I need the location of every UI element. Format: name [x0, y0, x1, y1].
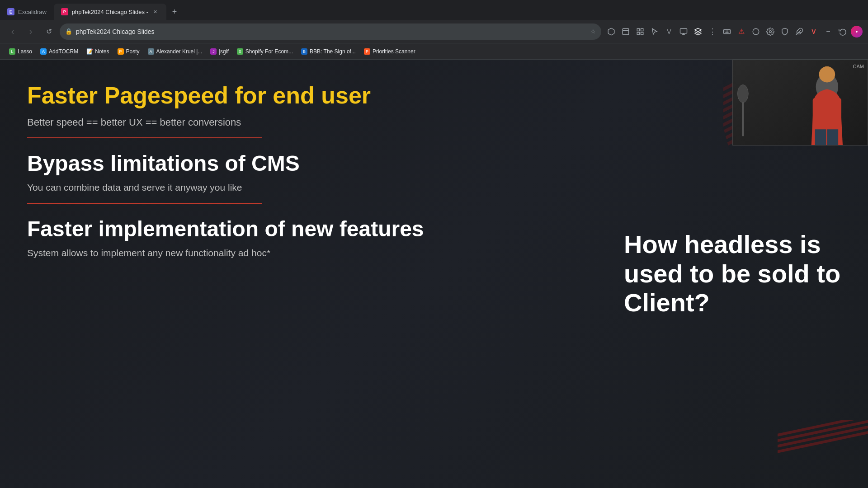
address-bar[interactable]: 🔒 phpTek2024 Chicago Slides ☆ [60, 23, 601, 40]
circle-icon[interactable] [750, 25, 762, 38]
vivaldi-icon[interactable]: V [663, 25, 675, 38]
reload-button[interactable]: ↺ [42, 24, 56, 39]
address-text: phpTek2024 Chicago Slides [76, 28, 587, 35]
speaker-label: CAM [853, 64, 864, 69]
shopify-favicon: S [237, 48, 243, 55]
bookmark-notes[interactable]: 📝 Notes [83, 47, 113, 56]
svg-rect-2 [637, 28, 639, 31]
deco-bottom-right [778, 420, 868, 488]
section-2-subtitle: You can combine data and serve it anyway… [27, 182, 606, 193]
extensions-icon[interactable] [605, 25, 618, 38]
forward-button[interactable]: › [24, 24, 38, 39]
window-icon[interactable] [619, 25, 632, 38]
svg-point-15 [753, 28, 759, 35]
bookmark-alexander-label: Alexander Kruel |... [156, 48, 203, 55]
bookmarks-bar: L Lasso A AddTOCRM 📝 Notes P Posty A Ale… [0, 43, 868, 60]
section-divider-2 [27, 203, 262, 204]
callout-text: How headless is used to be sold to Clien… [624, 230, 841, 317]
minus-icon[interactable]: − [822, 25, 835, 38]
grid-icon[interactable] [634, 25, 646, 38]
tab-close-button[interactable]: ✕ [152, 8, 159, 15]
bookmark-priorities[interactable]: P Priorities Scanner [360, 47, 419, 56]
keyboard-icon[interactable] [721, 25, 733, 38]
svg-point-16 [769, 30, 772, 33]
profile-circle[interactable]: • [851, 26, 863, 38]
svg-rect-4 [641, 32, 643, 34]
red-alert-icon[interactable]: ⚠ [735, 25, 748, 38]
new-tab-button[interactable]: + [168, 5, 181, 18]
lock-icon: 🔒 [65, 28, 72, 35]
bookmark-alexander[interactable]: A Alexander Kruel |... [144, 47, 206, 56]
settings-icon[interactable] [764, 25, 777, 38]
app-icon1[interactable] [677, 25, 690, 38]
section-1-title: Faster Pagespeed for end user [27, 82, 606, 109]
shield-icon[interactable] [778, 25, 791, 38]
bookmark-lasso[interactable]: L Lasso [5, 47, 36, 56]
toolbar-action-icons: V ⋮ ⚠ V − [605, 25, 863, 38]
app-icon2[interactable] [692, 25, 704, 38]
browser-frame: E Excalidraw P phpTek2024 Chicago Slides… [0, 0, 868, 488]
svg-rect-5 [637, 32, 639, 34]
video-inner: CAM [733, 60, 868, 145]
posty-favicon: P [118, 48, 124, 55]
section-3: Faster implementation of new features Sy… [27, 216, 606, 268]
svg-rect-9 [724, 29, 731, 33]
notes-favicon: 📝 [86, 48, 93, 55]
tab-excalidraw-label: Excalidraw [18, 9, 47, 15]
plugin-icon[interactable] [793, 25, 806, 38]
bookmark-star-icon[interactable]: ☆ [590, 28, 596, 35]
svg-rect-0 [623, 28, 629, 35]
bookmark-addtocrm[interactable]: A AddTOCRM [37, 47, 82, 56]
alexander-favicon: A [148, 48, 154, 55]
svg-point-36 [819, 66, 835, 83]
bookmark-lasso-label: Lasso [18, 48, 32, 55]
svg-rect-39 [813, 98, 841, 129]
section-divider-1 [27, 137, 262, 138]
svg-rect-32 [733, 60, 868, 145]
bookmark-posty-label: Posty [126, 48, 140, 55]
bookmark-bbb-label: BBB: The Sign of... [310, 48, 356, 55]
back-button[interactable]: ‹ [5, 24, 20, 39]
tab-excalidraw[interactable]: E Excalidraw [0, 4, 54, 20]
tab-phptek[interactable]: P phpTek2024 Chicago Slides - ✕ [54, 4, 166, 20]
bookmark-shopify[interactable]: S Shopify For Ecom... [233, 47, 297, 56]
excalidraw-favicon: E [7, 8, 14, 15]
section-3-title: Faster implementation of new features [27, 216, 606, 241]
bookmark-shopify-label: Shopify For Ecom... [245, 48, 293, 55]
svg-point-34 [737, 84, 748, 103]
bbb-favicon: B [301, 48, 307, 55]
phptek-favicon: P [61, 8, 68, 15]
section-3-subtitle: System allows to implement any new funct… [27, 248, 606, 258]
bookmark-posty[interactable]: P Posty [114, 47, 143, 56]
jsgif-favicon: J [210, 48, 217, 55]
bookmark-jsgif[interactable]: J jsgif [207, 47, 232, 56]
bookmark-notes-label: Notes [95, 48, 109, 55]
bookmark-jsgif-label: jsgif [219, 48, 228, 55]
menu-icon[interactable]: ⋮ [706, 25, 719, 38]
bookmark-bbb[interactable]: B BBB: The Sign of... [297, 47, 359, 56]
svg-rect-3 [641, 28, 643, 31]
section-1: Faster Pagespeed for end user Better spe… [27, 82, 606, 137]
bookmark-addtocrm-label: AddTOCRM [49, 48, 78, 55]
section-2-title: Bypass limitations of CMS [27, 151, 606, 176]
cursor-icon[interactable] [648, 25, 661, 38]
toolbar: ‹ › ↺ 🔒 phpTek2024 Chicago Slides ☆ [0, 20, 868, 43]
addtocrm-favicon: A [40, 48, 47, 55]
tab-phptek-label: phpTek2024 Chicago Slides - [72, 9, 148, 15]
section-2: Bypass limitations of CMS You can combin… [27, 151, 606, 203]
content-area: Faster Pagespeed for end user Better spe… [0, 60, 868, 488]
history-icon[interactable] [836, 25, 849, 38]
lasso-favicon: L [9, 48, 15, 55]
vivaldi-logo[interactable]: V [807, 25, 820, 38]
svg-rect-6 [680, 28, 687, 33]
bookmark-priorities-label: Priorities Scanner [373, 48, 415, 55]
slide-left: Faster Pagespeed for end user Better spe… [27, 82, 606, 465]
section-1-subtitle: Better speed == better UX == better conv… [27, 117, 606, 128]
tab-bar: E Excalidraw P phpTek2024 Chicago Slides… [0, 0, 868, 20]
video-overlay: CAM [732, 60, 868, 145]
slide-layout: Faster Pagespeed for end user Better spe… [27, 82, 841, 465]
priorities-favicon: P [364, 48, 370, 55]
